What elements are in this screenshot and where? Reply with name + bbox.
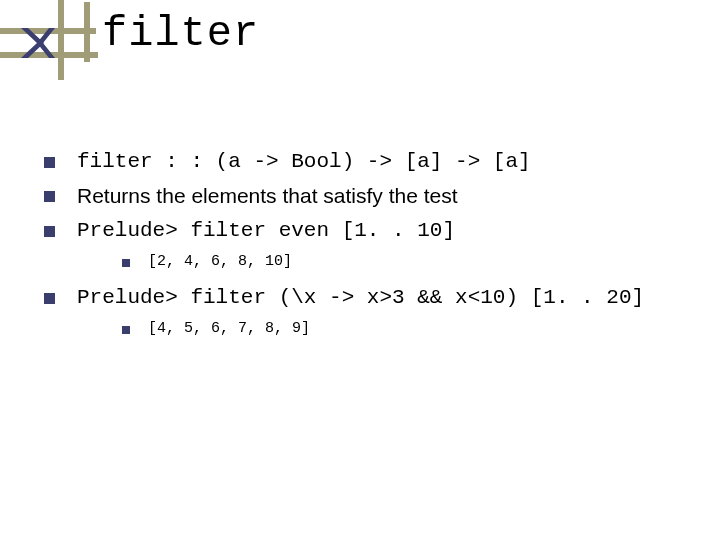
bullet-text: [4, 5, 6, 7, 8, 9] xyxy=(148,320,310,337)
bullet: filter : : (a -> Bool) -> [a] -> [a] xyxy=(44,148,684,176)
bullet-icon xyxy=(122,326,130,334)
sub-bullet: [4, 5, 6, 7, 8, 9] xyxy=(122,320,684,337)
bullet-text: filter : : (a -> Bool) -> [a] -> [a] xyxy=(77,148,531,176)
bullet: Prelude> filter (\x -> x>3 && x<10) [1. … xyxy=(44,284,684,312)
slide-title: filter xyxy=(102,10,259,58)
bullet-text: [2, 4, 6, 8, 10] xyxy=(148,253,292,270)
slide-body: filter : : (a -> Bool) -> [a] -> [a] Ret… xyxy=(44,148,684,351)
bullet: Returns the elements that satisfy the te… xyxy=(44,182,684,210)
bullet-icon xyxy=(44,293,55,304)
bullet-text: Prelude> filter (\x -> x>3 && x<10) [1. … xyxy=(77,284,644,312)
bullet-text: Prelude> filter even [1. . 10] xyxy=(77,217,455,245)
bullet-icon xyxy=(44,191,55,202)
bullet-icon xyxy=(44,226,55,237)
svg-marker-1 xyxy=(37,28,55,58)
bullet-text: Returns the elements that satisfy the te… xyxy=(77,182,458,210)
svg-marker-0 xyxy=(21,28,44,58)
logo-chevron-icon xyxy=(21,28,55,58)
bullet-icon xyxy=(122,259,130,267)
bullet: Prelude> filter even [1. . 10] xyxy=(44,217,684,245)
bullet-icon xyxy=(44,157,55,168)
sub-bullet: [2, 4, 6, 8, 10] xyxy=(122,253,684,270)
